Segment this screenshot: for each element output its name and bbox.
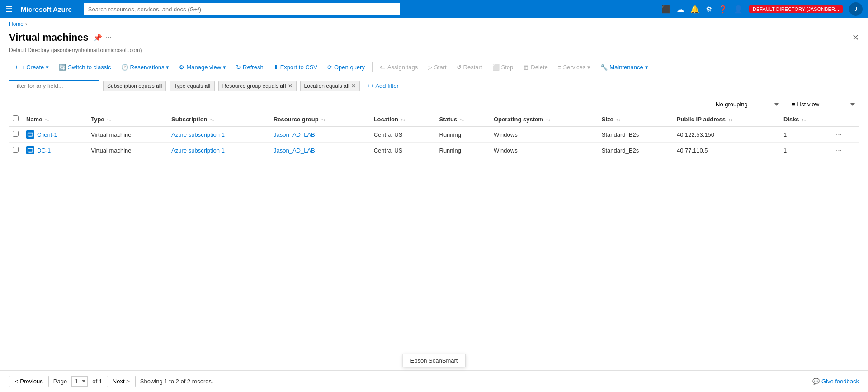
vm-table-wrap: Name ↑↓ Type ↑↓ Subscription ↑↓ Resource…: [0, 112, 868, 158]
remove-resource-group-filter[interactable]: ✕: [288, 83, 292, 89]
col-resource-group[interactable]: Resource group ↑↓: [270, 112, 370, 127]
filter-tag-subscription: Subscription equals all: [103, 81, 166, 91]
reservations-button[interactable]: 🕐 Reservations ▾: [117, 62, 174, 73]
col-public-ip[interactable]: Public IP address ↑↓: [673, 112, 780, 127]
remove-location-filter[interactable]: ✕: [351, 83, 356, 89]
row-type-1: Virtual machine: [87, 143, 168, 158]
row-subscription-0: Azure subscription 1: [168, 127, 270, 143]
svg-rect-2: [29, 136, 31, 137]
svg-rect-5: [29, 152, 31, 153]
page-header: Virtual machines 📌 ··· ✕: [0, 30, 868, 47]
help-icon[interactable]: ❓: [718, 5, 727, 14]
col-os[interactable]: Operating system ↑↓: [490, 112, 598, 127]
services-icon: ≡: [558, 64, 561, 71]
restart-button[interactable]: ↺ Restart: [452, 62, 487, 73]
maintenance-button[interactable]: 🔧 Maintenance ▾: [596, 62, 652, 73]
pin-icon[interactable]: 📌: [93, 33, 102, 42]
row-checkbox-1[interactable]: [13, 147, 19, 153]
row-location-0: Central US: [370, 127, 436, 143]
grouping-select[interactable]: No grouping Resource group Location Stat…: [711, 99, 783, 110]
close-button[interactable]: ✕: [852, 33, 859, 43]
svg-rect-4: [28, 149, 33, 151]
avatar[interactable]: J: [849, 2, 863, 16]
row-size-1: Standard_B2s: [598, 143, 673, 158]
user-area: DEFAULT DIRECTORY (JASONBER...: [749, 5, 843, 13]
hamburger-icon[interactable]: ☰: [5, 4, 13, 14]
resource-group-link-0[interactable]: Jason_AD_LAB: [274, 131, 315, 138]
row-more-button-1[interactable]: ···: [834, 146, 844, 154]
row-more-button-0[interactable]: ···: [834, 130, 844, 139]
subscription-link-0[interactable]: Azure subscription 1: [171, 131, 225, 138]
col-type[interactable]: Type ↑↓: [87, 112, 168, 127]
start-button[interactable]: ▷ Start: [423, 62, 451, 73]
filter-input[interactable]: [9, 80, 99, 91]
feedback-icon[interactable]: 👤: [734, 5, 743, 14]
header-actions: 📌 ···: [93, 33, 112, 42]
page-subtitle: Default Directory (jasonberrynhotmail.on…: [0, 47, 868, 58]
resource-group-link-1[interactable]: Jason_AD_LAB: [274, 147, 315, 154]
portal-icon[interactable]: ⬛: [661, 5, 670, 14]
row-os-1: Windows: [490, 143, 598, 158]
export-icon: ⬇: [274, 64, 278, 71]
row-ellipsis-0: ···: [830, 127, 859, 143]
search-input[interactable]: [84, 3, 400, 15]
cloud-icon[interactable]: ☁: [677, 5, 684, 14]
row-disks-0: 1: [780, 127, 830, 143]
row-type-0: Virtual machine: [87, 127, 168, 143]
vm-name-link-0[interactable]: Client-1: [37, 131, 57, 138]
maintenance-chevron-icon: ▾: [645, 64, 648, 71]
select-all-checkbox[interactable]: [13, 115, 19, 121]
view-mode-select[interactable]: ≡ List view ⊞ Grid view: [787, 99, 859, 110]
vm-table: Name ↑↓ Type ↑↓ Subscription ↑↓ Resource…: [9, 112, 859, 158]
more-icon[interactable]: ···: [106, 33, 112, 42]
toolbar: ＋ + Create ▾ 🔄 Switch to classic 🕐 Reser…: [0, 58, 868, 76]
page-title: Virtual machines: [9, 32, 89, 43]
view-select-wrap: ≡ List view ⊞ Grid view: [787, 99, 859, 110]
vm-name-link-1[interactable]: DC-1: [37, 147, 51, 154]
export-csv-button[interactable]: ⬇ Export to CSV: [269, 62, 322, 73]
reservations-icon: 🕐: [121, 64, 128, 71]
breadcrumb-home[interactable]: Home: [9, 21, 24, 27]
col-disks[interactable]: Disks ↑↓: [780, 112, 830, 127]
table-row: Client-1 Virtual machine Azure subscript…: [9, 127, 859, 143]
manage-view-icon: ⚙: [179, 64, 184, 71]
col-location[interactable]: Location ↑↓: [370, 112, 436, 127]
switch-classic-button[interactable]: 🔄 Switch to classic: [54, 62, 115, 73]
vm-icon-0: [26, 130, 34, 139]
col-subscription[interactable]: Subscription ↑↓: [168, 112, 270, 127]
maintenance-icon: 🔧: [600, 64, 608, 71]
row-size-0: Standard_B2s: [598, 127, 673, 143]
col-status[interactable]: Status ↑↓: [436, 112, 490, 127]
notification-icon[interactable]: 🔔: [690, 5, 699, 14]
svg-rect-1: [28, 133, 33, 135]
stop-button[interactable]: ⬜ Stop: [488, 62, 518, 73]
create-button[interactable]: ＋ + Create ▾: [9, 61, 53, 73]
start-icon: ▷: [428, 64, 432, 71]
filter-tag-type: Type equals all: [170, 81, 214, 91]
create-chevron-icon: ▾: [46, 64, 49, 71]
manage-view-button[interactable]: ⚙ Manage view ▾: [175, 62, 231, 73]
subscription-link-1[interactable]: Azure subscription 1: [171, 147, 225, 154]
account-button[interactable]: DEFAULT DIRECTORY (JASONBER...: [749, 5, 843, 13]
refresh-icon: ↻: [236, 64, 241, 71]
assign-tags-button[interactable]: 🏷 Assign tags: [375, 62, 422, 73]
toolbar-separator-1: [372, 62, 373, 72]
open-query-button[interactable]: ⟳ Open query: [323, 62, 369, 73]
tag-icon: 🏷: [380, 64, 386, 71]
refresh-button[interactable]: ↻ Refresh: [231, 62, 268, 73]
col-name[interactable]: Name ↑↓: [23, 112, 87, 127]
add-filter-button[interactable]: + + Add filter: [363, 81, 402, 91]
brand-name: Microsoft Azure: [21, 5, 72, 13]
table-row: DC-1 Virtual machine Azure subscription …: [9, 143, 859, 158]
row-checkbox-0[interactable]: [13, 131, 19, 137]
col-size[interactable]: Size ↑↓: [598, 112, 673, 127]
breadcrumb-separator: ›: [25, 21, 27, 27]
delete-button[interactable]: 🗑 Delete: [519, 62, 552, 73]
row-ellipsis-1: ···: [830, 143, 859, 158]
filter-tag-resource-group: Resource group equals all ✕: [218, 81, 297, 91]
col-actions: [830, 112, 859, 127]
services-button[interactable]: ≡ Services ▾: [553, 62, 595, 73]
create-icon: ＋: [14, 63, 19, 71]
settings-icon[interactable]: ⚙: [706, 5, 712, 14]
services-chevron-icon: ▾: [587, 64, 590, 71]
